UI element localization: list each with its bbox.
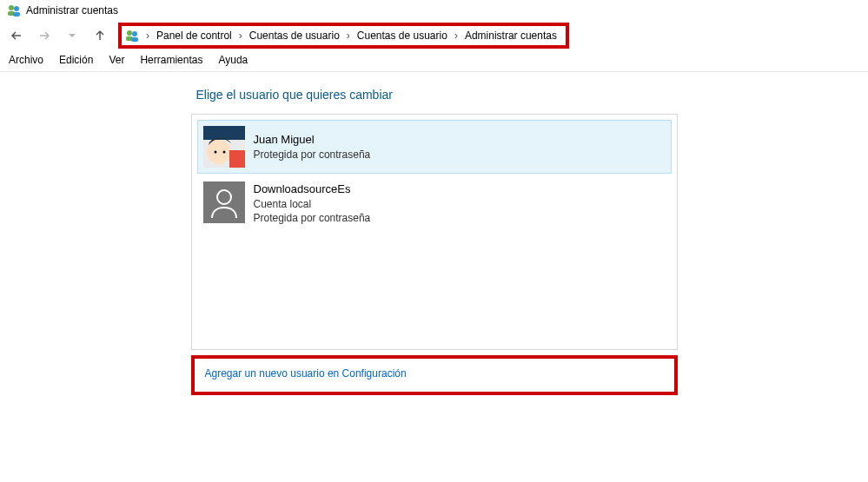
user-info: DownloadsourceEs Cuenta local Protegida …: [254, 182, 371, 225]
svg-rect-13: [229, 150, 245, 168]
user-name: DownloadsourceEs: [254, 182, 371, 197]
menubar: Archivo Edición Ver Herramientas Ayuda: [0, 50, 868, 72]
panel: Elige el usuario que quieres cambiar: [191, 88, 678, 395]
menu-herramientas[interactable]: Herramientas: [140, 54, 202, 66]
svg-rect-9: [203, 126, 245, 140]
navbar: › Panel de control › Cuentas de usuario …: [0, 21, 868, 50]
menu-ayuda[interactable]: Ayuda: [218, 54, 248, 66]
breadcrumb-item[interactable]: Administrar cuentas: [465, 30, 557, 42]
up-button[interactable]: [90, 26, 109, 45]
user-list: Juan Miguel Protegida por contraseña Dow…: [191, 114, 678, 350]
svg-point-0: [9, 5, 14, 10]
content: Elige el usuario que quieres cambiar: [0, 72, 868, 395]
titlebar: Administrar cuentas: [0, 0, 868, 21]
breadcrumb-item[interactable]: Cuentas de usuario: [357, 30, 447, 42]
svg-rect-7: [131, 37, 138, 42]
breadcrumb-item[interactable]: Panel de control: [156, 30, 232, 42]
menu-archivo[interactable]: Archivo: [9, 54, 43, 66]
add-user-link-box: Agregar un nuevo usuario en Configuració…: [191, 355, 678, 395]
svg-point-10: [207, 140, 231, 164]
svg-point-4: [127, 30, 132, 36]
users-icon: [7, 3, 21, 17]
users-icon: [125, 29, 139, 43]
svg-rect-3: [13, 12, 20, 17]
svg-point-1: [14, 6, 19, 11]
menu-ver[interactable]: Ver: [109, 54, 124, 66]
avatar: [203, 182, 245, 223]
svg-point-5: [132, 31, 137, 36]
user-meta: Protegida por contraseña: [254, 211, 371, 225]
breadcrumb-item[interactable]: Cuentas de usuario: [249, 30, 340, 42]
breadcrumb[interactable]: › Panel de control › Cuentas de usuario …: [118, 23, 569, 49]
menu-edicion[interactable]: Edición: [59, 54, 93, 66]
chevron-right-icon: ›: [146, 30, 149, 42]
user-name: Juan Miguel: [254, 132, 371, 148]
user-item[interactable]: Juan Miguel Protegida por contraseña: [197, 120, 672, 174]
avatar: [203, 126, 245, 168]
user-info: Juan Miguel Protegida por contraseña: [254, 126, 371, 168]
add-user-link[interactable]: Agregar un nuevo usuario en Configuració…: [205, 367, 407, 380]
page-heading: Elige el usuario que quieres cambiar: [191, 88, 678, 102]
user-meta: Cuenta local: [254, 197, 371, 211]
user-item[interactable]: DownloadsourceEs Cuenta local Protegida …: [197, 175, 672, 231]
svg-point-11: [214, 151, 216, 154]
svg-rect-14: [203, 182, 245, 223]
svg-point-12: [222, 151, 225, 154]
chevron-right-icon: ›: [239, 30, 242, 42]
window-title: Administrar cuentas: [26, 4, 118, 17]
back-button[interactable]: [7, 26, 26, 45]
recent-dropdown[interactable]: [63, 26, 82, 45]
chevron-right-icon: ›: [347, 30, 350, 42]
forward-button[interactable]: [35, 26, 54, 45]
chevron-right-icon: ›: [454, 30, 458, 42]
user-meta: Protegida por contraseña: [254, 148, 371, 162]
